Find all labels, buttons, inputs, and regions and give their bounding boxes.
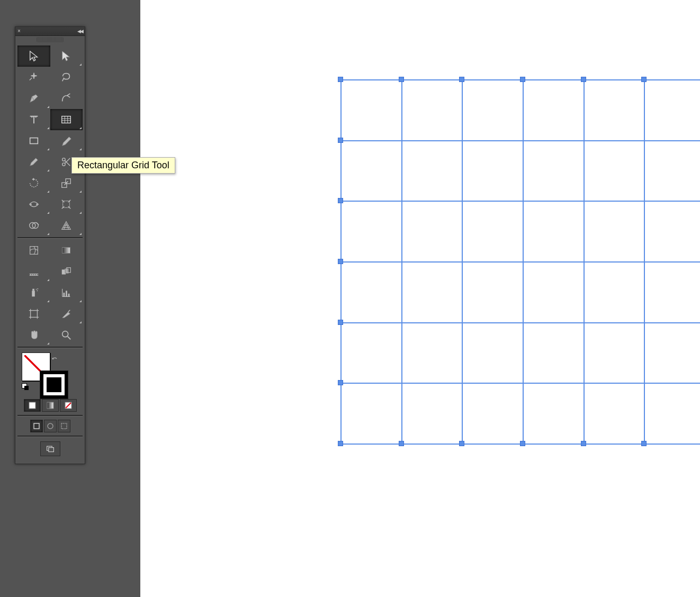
svg-point-7 bbox=[36, 204, 38, 205]
slice-tool[interactable] bbox=[50, 303, 83, 324]
svg-point-20 bbox=[37, 288, 38, 290]
selection-handle[interactable] bbox=[459, 77, 464, 82]
flyout-icon bbox=[47, 148, 49, 150]
scale-tool[interactable] bbox=[50, 173, 83, 194]
rectangle-tool[interactable] bbox=[17, 130, 50, 151]
rotate-tool[interactable] bbox=[17, 173, 50, 194]
selection-handle[interactable] bbox=[338, 259, 343, 264]
flyout-icon bbox=[47, 191, 49, 193]
svg-point-31 bbox=[48, 423, 53, 429]
svg-rect-0 bbox=[62, 116, 71, 123]
flyout-icon bbox=[79, 233, 82, 235]
selection-handle[interactable] bbox=[338, 441, 343, 446]
symbol-sprayer-tool[interactable] bbox=[17, 282, 50, 303]
divider bbox=[17, 237, 83, 239]
tooltip-text: Rectangular Grid Tool bbox=[77, 160, 169, 170]
draw-normal[interactable] bbox=[30, 420, 43, 432]
selection-handle[interactable] bbox=[520, 77, 525, 82]
selection-handle[interactable] bbox=[399, 441, 404, 446]
grid-hline bbox=[340, 383, 700, 384]
svg-rect-23 bbox=[68, 294, 70, 297]
svg-rect-17 bbox=[32, 289, 34, 291]
divider bbox=[17, 347, 83, 348]
selection-handle[interactable] bbox=[641, 441, 647, 446]
flyout-icon bbox=[47, 212, 49, 214]
close-icon[interactable]: × bbox=[17, 29, 21, 34]
artboard-tool[interactable] bbox=[17, 303, 50, 324]
flyout-icon bbox=[79, 191, 82, 193]
grid-hline bbox=[340, 140, 700, 141]
magic-wand-tool[interactable] bbox=[17, 67, 50, 88]
paintbrush-tool[interactable] bbox=[50, 130, 83, 151]
flyout-icon bbox=[79, 300, 82, 302]
free-transform-tool[interactable] bbox=[50, 194, 83, 215]
svg-rect-1 bbox=[30, 138, 38, 144]
svg-point-6 bbox=[30, 204, 32, 205]
selection-tool[interactable] bbox=[17, 46, 50, 67]
flyout-icon bbox=[47, 300, 49, 302]
svg-rect-12 bbox=[62, 248, 70, 254]
svg-rect-34 bbox=[48, 448, 53, 452]
selection-handle[interactable] bbox=[581, 77, 586, 82]
default-fill-stroke-icon[interactable] bbox=[22, 383, 29, 391]
mesh-tool[interactable] bbox=[17, 240, 50, 261]
screen-mode-button[interactable] bbox=[17, 438, 83, 462]
rectangular-grid-tool[interactable] bbox=[50, 109, 83, 130]
eyedropper-tool[interactable] bbox=[17, 261, 50, 282]
color-mode-solid[interactable] bbox=[24, 399, 41, 412]
screen-mode-row bbox=[17, 418, 83, 435]
selection-handle[interactable] bbox=[338, 380, 343, 385]
selection-handle[interactable] bbox=[338, 77, 343, 82]
width-tool[interactable] bbox=[17, 194, 50, 215]
flyout-icon bbox=[47, 127, 49, 129]
shape-builder-tool[interactable] bbox=[17, 215, 50, 236]
svg-rect-27 bbox=[47, 402, 53, 409]
svg-rect-26 bbox=[29, 402, 35, 409]
curvature-tool[interactable] bbox=[50, 88, 83, 109]
selection-handle[interactable] bbox=[338, 138, 343, 143]
color-mode-none[interactable] bbox=[60, 399, 77, 412]
tool-tooltip: Rectangular Grid Tool bbox=[71, 157, 175, 174]
draw-behind[interactable] bbox=[44, 420, 57, 432]
stroke-swatch[interactable] bbox=[40, 370, 68, 399]
tool-grid: ⤺ bbox=[15, 43, 85, 464]
direct-selection-tool[interactable] bbox=[50, 46, 83, 67]
divider bbox=[17, 415, 83, 417]
draw-inside[interactable] bbox=[58, 420, 70, 432]
type-tool[interactable] bbox=[17, 109, 50, 130]
column-graph-tool[interactable] bbox=[50, 282, 83, 303]
canvas[interactable] bbox=[140, 0, 700, 597]
panel-grip[interactable] bbox=[37, 37, 64, 42]
selection-handle[interactable] bbox=[399, 77, 404, 82]
flyout-icon bbox=[79, 148, 82, 150]
collapse-icon[interactable]: ◀◀ bbox=[77, 29, 83, 34]
lasso-tool[interactable] bbox=[50, 67, 83, 88]
color-mode-gradient[interactable] bbox=[42, 399, 59, 412]
selection-handle[interactable] bbox=[459, 441, 464, 446]
pencil-tool[interactable] bbox=[17, 151, 50, 173]
pen-tool[interactable] bbox=[17, 88, 50, 109]
grid-hline bbox=[340, 201, 700, 202]
tools-panel-header[interactable]: × ◀◀ bbox=[15, 27, 85, 36]
perspective-grid-tool[interactable] bbox=[50, 215, 83, 236]
rectangular-grid-object[interactable] bbox=[340, 79, 700, 445]
svg-rect-32 bbox=[61, 423, 67, 429]
selection-handle[interactable] bbox=[581, 441, 586, 446]
selection-handle[interactable] bbox=[338, 198, 343, 203]
fill-stroke-control[interactable]: ⤺ bbox=[17, 349, 83, 397]
zoom-tool[interactable] bbox=[50, 324, 83, 346]
grid-hline bbox=[340, 261, 700, 263]
swap-fill-stroke-icon[interactable]: ⤺ bbox=[52, 355, 59, 362]
flyout-icon bbox=[47, 342, 49, 345]
blend-tool[interactable] bbox=[50, 261, 83, 282]
selection-handle[interactable] bbox=[338, 320, 343, 325]
selection-handle[interactable] bbox=[520, 441, 525, 446]
gradient-tool[interactable] bbox=[50, 240, 83, 261]
divider bbox=[17, 436, 83, 437]
selection-handle[interactable] bbox=[641, 77, 647, 82]
flyout-icon bbox=[47, 169, 49, 171]
hand-tool[interactable] bbox=[17, 324, 50, 346]
flyout-icon bbox=[47, 279, 49, 281]
color-mode-row bbox=[17, 397, 83, 414]
svg-rect-22 bbox=[66, 291, 67, 296]
